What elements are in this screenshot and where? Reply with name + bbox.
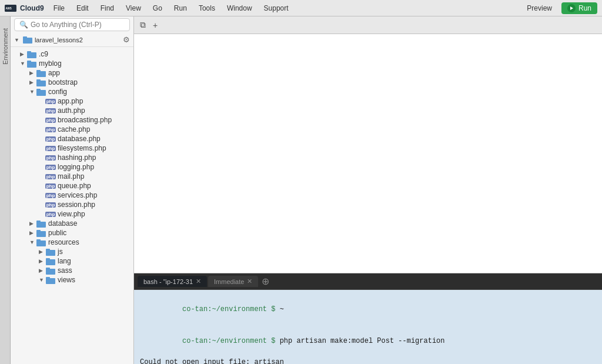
file-label-queue.php: queue.php — [58, 182, 91, 190]
php-file-icon: php — [46, 172, 55, 181]
svg-rect-6 — [27, 51, 31, 54]
tree-item-auth_php[interactable]: phpauth.php — [11, 106, 133, 115]
views-label: views — [58, 276, 75, 284]
menu-window[interactable]: Window — [222, 3, 257, 14]
immediate-tab-label: Immediate — [214, 278, 244, 285]
tree-item-hashing_php[interactable]: phphashing.php — [11, 153, 133, 162]
arrow-resources: ▼ — [29, 239, 36, 245]
menu-file[interactable]: File — [49, 3, 69, 14]
file-label-filesystems.php: filesystems.php — [58, 144, 106, 152]
terminal-content[interactable]: co-tan:~/environment $ ~ co-tan:~/enviro… — [134, 290, 602, 364]
tree-item-app_php[interactable]: phpapp.php — [11, 96, 133, 106]
file-label-session.php: session.php — [58, 201, 95, 209]
search-bar[interactable]: 🔍 — [14, 18, 130, 31]
php-file-icon: php — [46, 153, 55, 162]
run-button[interactable]: Run — [561, 2, 597, 14]
tree-item-lang[interactable]: ▶ lang — [11, 256, 133, 266]
tree-item-view_php[interactable]: phpview.php — [11, 209, 133, 219]
svg-rect-24 — [46, 258, 50, 261]
folder-lang-icon — [46, 258, 55, 265]
folder-bootstrap-icon — [36, 79, 46, 86]
svg-rect-18 — [36, 230, 41, 232]
svg-rect-8 — [27, 61, 31, 63]
php-file-icon: php — [46, 106, 55, 115]
term-line-1: co-tan:~/environment $ ~ — [140, 293, 596, 325]
filetree-panel: 🔍 ▼ laravel_lessons2 ⚙ ▶ .c9 ▼ — [11, 16, 134, 364]
immediate-tab-close[interactable]: ✕ — [247, 278, 252, 285]
svg-text:AWS: AWS — [6, 7, 12, 10]
tree-item-public[interactable]: ▶ public — [11, 228, 133, 238]
tree-item-js[interactable]: ▶ js — [11, 247, 133, 256]
php-file-icon: php — [46, 191, 55, 199]
file-label-broadcasting.php: broadcasting.php — [58, 116, 112, 124]
menu-go[interactable]: Go — [148, 3, 167, 14]
copy-icon[interactable]: ⧉ — [138, 19, 148, 31]
tree-item-services_php[interactable]: phpservices.php — [11, 191, 133, 200]
php-file-icon: php — [46, 97, 55, 105]
tree-item-filesystems_php[interactable]: phpfilesystems.php — [11, 143, 133, 153]
menubar: AWS Cloud9 File Edit Find View Go Run To… — [0, 0, 602, 16]
tree-item-bootstrap[interactable]: ▶ bootstrap — [11, 78, 133, 87]
preview-button[interactable]: Preview — [520, 3, 559, 14]
terminal-tab-immediate[interactable]: Immediate ✕ — [208, 276, 258, 287]
environment-tab[interactable]: Environment — [0, 16, 11, 364]
file-label-logging.php: logging.php — [58, 163, 94, 171]
arrow-database: ▶ — [29, 221, 36, 226]
svg-rect-4 — [23, 36, 27, 39]
menu-support[interactable]: Support — [259, 3, 293, 14]
sass-label: sass — [58, 266, 72, 275]
app-label: app — [48, 69, 60, 77]
arrow-js: ▶ — [39, 249, 46, 255]
file-label-app.php: app.php — [58, 97, 83, 105]
arrow-app: ▶ — [29, 70, 36, 76]
main-container: Environment 🔍 ▼ laravel_lessons2 ⚙ ▶ .c9 — [0, 16, 602, 364]
bash-tab-close[interactable]: ✕ — [196, 278, 201, 285]
tree-item-queue_php[interactable]: phpqueue.php — [11, 181, 133, 191]
tree-item-mail_php[interactable]: phpmail.php — [11, 172, 133, 181]
arrow-sass: ▶ — [39, 268, 46, 273]
terminal-tab-bash[interactable]: bash - "ip-172-31 ✕ — [138, 276, 207, 287]
tree-item-sass[interactable]: ▶ sass — [11, 266, 133, 275]
folder-c9-icon — [27, 51, 36, 58]
menu-run[interactable]: Run — [169, 3, 192, 14]
lang-label: lang — [58, 257, 71, 265]
arrow-lang: ▶ — [39, 258, 46, 264]
gear-icon[interactable]: ⚙ — [123, 35, 130, 44]
arrow-views: ▼ — [39, 277, 46, 283]
js-label: js — [58, 248, 63, 256]
file-label-mail.php: mail.php — [58, 172, 84, 181]
tree-item-app[interactable]: ▶ app — [11, 68, 133, 78]
menu-find[interactable]: Find — [96, 3, 119, 14]
root-folder-icon — [23, 36, 32, 44]
app-name: Cloud9 — [20, 4, 44, 12]
tree-item-logging_php[interactable]: phplogging.php — [11, 162, 133, 172]
bootstrap-label: bootstrap — [48, 78, 78, 86]
search-input[interactable] — [31, 21, 113, 29]
tree-item-config[interactable]: ▼ config — [11, 87, 133, 96]
tree-item-resources[interactable]: ▼ resources — [11, 238, 133, 247]
php-file-icon: php — [46, 144, 55, 152]
arrow-bootstrap: ▶ — [29, 79, 36, 85]
tree-item-broadcasting_php[interactable]: phpbroadcasting.php — [11, 115, 133, 125]
folder-js-icon — [46, 248, 55, 256]
svg-marker-2 — [570, 6, 573, 10]
menu-view[interactable]: View — [121, 3, 146, 14]
tree-item-cache_php[interactable]: phpcache.php — [11, 125, 133, 134]
tree-item-myblog[interactable]: ▼ myblog — [11, 59, 133, 68]
php-file-icon: php — [46, 201, 55, 209]
tree-item-c9[interactable]: ▶ .c9 — [11, 49, 133, 59]
tree-item-database[interactable]: ▶ database — [11, 219, 133, 228]
app-logo: AWS Cloud9 — [5, 2, 44, 14]
menu-edit[interactable]: Edit — [72, 3, 93, 14]
environment-label: Environment — [2, 28, 9, 65]
tree-item-views[interactable]: ▼ views — [11, 275, 133, 285]
tree-item-database_php[interactable]: phpdatabase.php — [11, 134, 133, 143]
run-circle-icon — [567, 4, 576, 12]
tree-item-session_php[interactable]: phpsession.php — [11, 200, 133, 209]
terminal-add-icon[interactable]: ⊕ — [259, 276, 272, 287]
add-tab-icon[interactable]: + — [150, 19, 160, 31]
menu-tools[interactable]: Tools — [194, 3, 220, 14]
resources-label: resources — [48, 238, 79, 246]
editor-tabs: ⧉ + — [134, 16, 602, 34]
search-icon: 🔍 — [19, 21, 28, 29]
